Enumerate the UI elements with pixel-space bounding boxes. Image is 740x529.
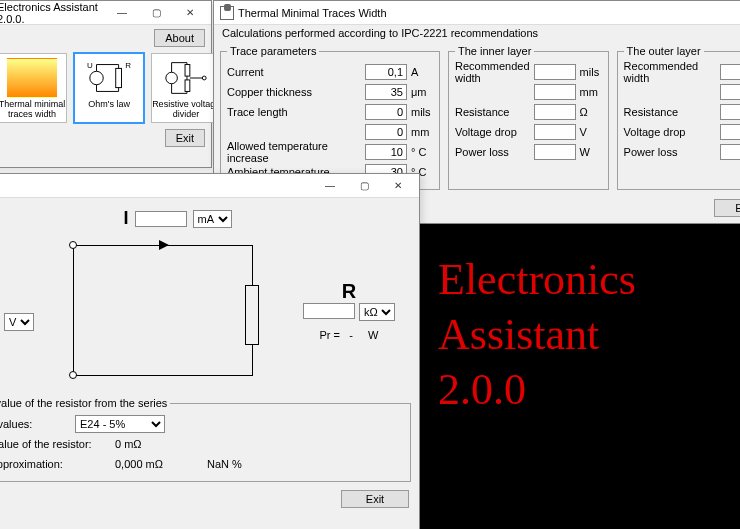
I-label: I <box>123 208 128 229</box>
card-thermal[interactable]: Thermal minimaltraces width <box>0 53 67 123</box>
card-resistive-divider[interactable]: Resistive voltagedivider <box>151 53 221 123</box>
svg-point-0 <box>90 71 103 84</box>
promo-line1: Electronics <box>438 252 740 307</box>
trace-length-mils-input[interactable] <box>365 104 407 120</box>
thermal-titlebar: Thermal Minimal Traces Width <box>214 1 740 25</box>
inner-resistance[interactable] <box>534 104 576 120</box>
thermal-exit-button[interactable]: E <box>714 199 740 217</box>
maximize-icon[interactable]: ▢ <box>139 3 173 23</box>
approx-value: 0,000 mΩ <box>115 458 163 470</box>
inner-power-loss[interactable] <box>534 144 576 160</box>
series-select[interactable]: E24 - 5% <box>75 415 165 433</box>
series-group: Nearest value of the resistor from the s… <box>0 397 411 482</box>
outer-layer-group: The outer layer Recommended width Resist… <box>617 45 740 190</box>
svg-rect-1 <box>116 68 122 87</box>
current-input[interactable] <box>365 64 407 80</box>
trace-length-label: Trace length <box>227 106 361 118</box>
close-icon[interactable]: ✕ <box>381 176 415 196</box>
I-input[interactable] <box>135 211 187 227</box>
card-label: Thermal minimaltraces width <box>0 100 66 120</box>
outer-voltage-drop[interactable] <box>720 124 740 140</box>
svg-point-19 <box>202 76 206 80</box>
minimize-icon[interactable]: — <box>313 176 347 196</box>
outer-power-loss[interactable] <box>720 144 740 160</box>
main-window: Electronics Assistant 2.0.0. — ▢ ✕ About… <box>0 0 212 168</box>
inner-recw-mm[interactable] <box>534 84 576 100</box>
ohms-law-window: n's Law — ▢ ✕ I mA U V R <box>0 173 420 529</box>
R-input[interactable] <box>303 303 355 319</box>
ohm-exit-button[interactable]: Exit <box>341 490 409 508</box>
ohm-title: n's Law <box>0 180 313 192</box>
thermal-note: Calculations performed according to IPC-… <box>214 25 740 41</box>
close-icon[interactable]: ✕ <box>173 3 207 23</box>
app-icon <box>220 6 234 20</box>
card-ohms-law[interactable]: U R Ohm's law <box>74 53 144 123</box>
main-titlebar: Electronics Assistant 2.0.0. — ▢ ✕ <box>0 1 211 25</box>
exit-button[interactable]: Exit <box>165 129 205 147</box>
outer-recw-mm[interactable] <box>720 84 740 100</box>
approx-nan: NaN % <box>207 458 242 470</box>
temp-increase-label: Allowed temperature increase <box>227 140 361 164</box>
promo-line2: Assistant <box>438 307 740 362</box>
copper-thickness-input[interactable] <box>365 84 407 100</box>
card-label: Ohm's law <box>75 100 143 110</box>
U-unit-select[interactable]: V <box>4 313 34 331</box>
inner-voltage-drop[interactable] <box>534 124 576 140</box>
card-label: Resistive voltagedivider <box>152 100 220 120</box>
trace-parameters-group: Trace parameters Current A Copper thickn… <box>220 45 440 190</box>
R-label: R <box>279 280 419 303</box>
svg-point-8 <box>166 72 178 84</box>
U-label: U <box>0 290 46 313</box>
outer-recw-mils[interactable] <box>720 64 740 80</box>
ohm-circuit-diagram <box>63 237 263 387</box>
thermal-title: Thermal Minimal Traces Width <box>238 7 740 19</box>
inner-layer-group: The inner layer Recommended widthmils mm… <box>448 45 609 190</box>
nearest-value: 0 mΩ <box>115 438 142 450</box>
outer-resistance[interactable] <box>720 104 740 120</box>
promo-panel: Electronics Assistant 2.0.0 <box>420 224 740 529</box>
about-button[interactable]: About <box>154 29 205 47</box>
main-title: Electronics Assistant 2.0.0. <box>0 1 105 25</box>
maximize-icon[interactable]: ▢ <box>347 176 381 196</box>
minimize-icon[interactable]: — <box>105 3 139 23</box>
trace-length-mm-input[interactable] <box>365 124 407 140</box>
svg-rect-10 <box>185 80 190 92</box>
temp-increase-input[interactable] <box>365 144 407 160</box>
copper-thickness-label: Copper thickness <box>227 86 361 98</box>
inner-recw-mils[interactable] <box>534 64 576 80</box>
R-unit-select[interactable]: kΩ <box>359 303 395 321</box>
promo-line3: 2.0.0 <box>438 362 740 417</box>
I-unit-select[interactable]: mA <box>193 210 232 228</box>
svg-rect-9 <box>185 65 190 77</box>
current-label: Current <box>227 66 361 78</box>
ohm-titlebar: n's Law — ▢ ✕ <box>0 174 419 198</box>
